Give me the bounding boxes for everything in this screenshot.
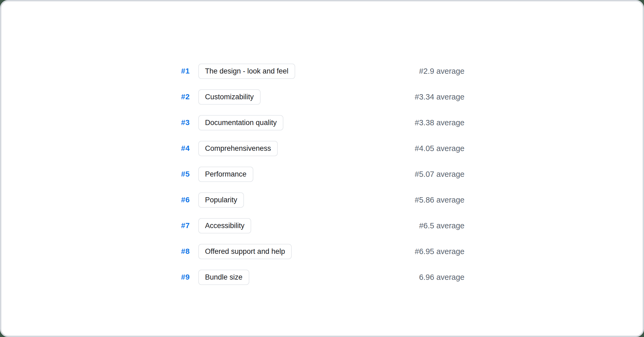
results-card: #1 The design - look and feel #2.9 avera… [0, 0, 644, 337]
ranking-row: #4 Comprehensiveness #4.05 average [1, 135, 643, 161]
option-chip[interactable]: Documentation quality [198, 115, 283, 130]
average-score: #4.05 average [415, 144, 464, 153]
option-chip[interactable]: Performance [198, 167, 253, 182]
ranking-row: #8 Offered support and help #6.95 averag… [1, 239, 643, 264]
ranking-row: #9 Bundle size 6.96 average [1, 264, 643, 290]
rank-label: #1 [1, 67, 190, 75]
rank-label: #9 [1, 273, 190, 281]
ranking-row: #7 Accessibility #6.5 average [1, 213, 643, 239]
rank-label: #2 [1, 93, 190, 101]
rank-label: #6 [1, 196, 190, 204]
option-chip[interactable]: Comprehensiveness [198, 141, 278, 156]
option-chip[interactable]: The design - look and feel [198, 64, 295, 79]
average-score: #5.86 average [415, 196, 464, 204]
average-score: #3.34 average [415, 93, 464, 101]
ranking-row: #6 Popularity #5.86 average [1, 187, 643, 213]
option-chip[interactable]: Offered support and help [198, 244, 292, 259]
ranking-row: #5 Performance #5.07 average [1, 161, 643, 187]
average-score: #6.95 average [415, 247, 464, 256]
ranking-row: #2 Customizability #3.34 average [1, 84, 643, 110]
average-score: #2.9 average [419, 67, 464, 76]
rank-label: #3 [1, 118, 190, 127]
rank-label: #5 [1, 170, 190, 178]
average-score: #5.07 average [415, 170, 464, 179]
option-chip[interactable]: Popularity [198, 192, 244, 208]
option-chip[interactable]: Bundle size [198, 270, 249, 285]
rank-label: #4 [1, 144, 190, 153]
ranking-results-list: #1 The design - look and feel #2.9 avera… [1, 58, 643, 290]
average-score: #6.5 average [419, 221, 464, 230]
ranking-row: #3 Documentation quality #3.38 average [1, 110, 643, 135]
ranking-row: #1 The design - look and feel #2.9 avera… [1, 58, 643, 84]
option-chip[interactable]: Customizability [198, 89, 261, 105]
average-score: #3.38 average [415, 118, 464, 127]
page-background: #1 The design - look and feel #2.9 avera… [0, 0, 644, 337]
option-chip[interactable]: Accessibility [198, 218, 251, 233]
rank-label: #7 [1, 221, 190, 230]
average-score: 6.96 average [419, 273, 464, 282]
rank-label: #8 [1, 247, 190, 256]
